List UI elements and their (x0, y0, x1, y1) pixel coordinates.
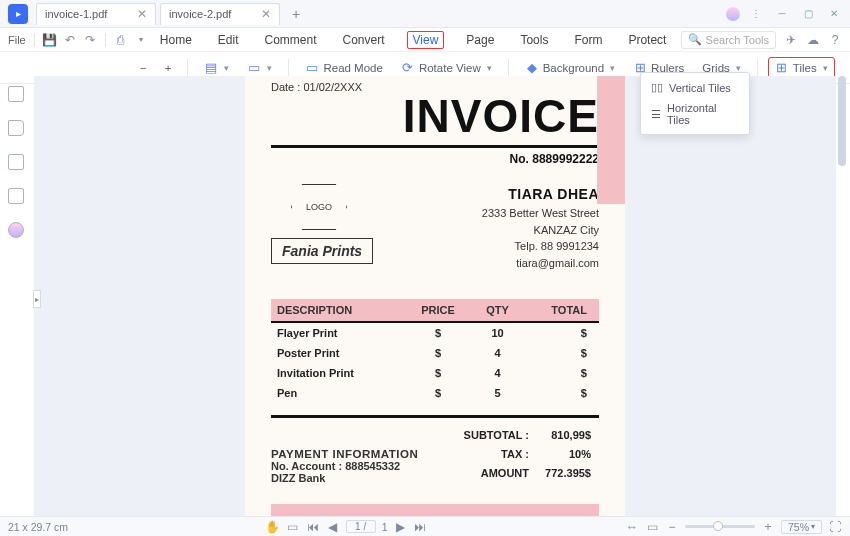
main-menu: Home Edit Comment Convert View Page Tool… (156, 31, 671, 49)
left-panel (0, 80, 32, 238)
decoration (597, 76, 625, 204)
file-menu[interactable]: File (8, 34, 26, 46)
tiles-dropdown: ▯▯ Vertical Tiles ☰ Horizontal Tiles (640, 72, 750, 135)
cloud-icon[interactable]: ☁ (806, 33, 820, 47)
menu-home[interactable]: Home (156, 31, 196, 49)
menu-view[interactable]: View (407, 31, 445, 49)
prev-page-button[interactable]: ◀ (326, 520, 340, 534)
rotate-view-button[interactable]: ⟳Rotate View▾ (395, 58, 498, 78)
logo-placeholder: LOGO (291, 184, 347, 230)
last-page-button[interactable]: ⏭ (413, 520, 427, 534)
menu-form[interactable]: Form (570, 31, 606, 49)
zoom-out-button[interactable]: − (134, 59, 153, 77)
fit-page-button[interactable]: ▤▾ (198, 58, 235, 78)
user-avatar[interactable] (726, 7, 740, 21)
close-icon[interactable]: ✕ (131, 7, 147, 21)
bookmarks-icon[interactable] (8, 120, 24, 136)
minimize-button[interactable]: ─ (772, 5, 792, 23)
total-pages: 1 (382, 521, 388, 533)
view-mode-icon[interactable]: ▭ (645, 520, 659, 534)
document-tab[interactable]: invoice-2.pdf ✕ (160, 3, 280, 25)
menu-page[interactable]: Page (462, 31, 498, 49)
client-phone: Telp. 88 9991234 (482, 238, 599, 255)
title-bar: ▸ invoice-1.pdf ✕ invoice-2.pdf ✕ + ⋮ ─ … (0, 0, 850, 28)
help-icon[interactable]: ? (828, 33, 842, 47)
menu-tools[interactable]: Tools (516, 31, 552, 49)
divider (271, 415, 599, 418)
fullscreen-icon[interactable]: ⛶ (828, 520, 842, 534)
vertical-scrollbar[interactable] (838, 76, 846, 516)
table-row: Poster Print$4$ (271, 343, 599, 363)
document-page: Date : 01/02/2XXX INVOICE No. 8889992222… (245, 76, 625, 516)
zoom-in-button[interactable]: + (159, 59, 178, 77)
select-tool-icon[interactable]: ▭ (286, 520, 300, 534)
table-row: Flayer Print$10$ (271, 323, 599, 343)
fit-width-icon[interactable]: ↔ (625, 520, 639, 534)
menu-protect[interactable]: Protect (624, 31, 670, 49)
new-tab-button[interactable]: + (284, 6, 308, 22)
payment-info: PAYMENT INFORMATION No. Account : 888545… (271, 448, 456, 484)
save-icon[interactable]: 💾 (43, 33, 57, 47)
page-dimensions: 21 x 29.7 cm (8, 521, 68, 533)
panel-expand-button[interactable]: ▸ (33, 290, 41, 308)
comments-icon[interactable] (8, 154, 24, 170)
table-row: Pen$5$ (271, 383, 599, 403)
zoom-slider[interactable] (685, 525, 755, 528)
undo-icon[interactable]: ↶ (63, 33, 77, 47)
tab-label: invoice-1.pdf (45, 8, 107, 20)
search-placeholder: Search Tools (706, 34, 769, 46)
menu-comment[interactable]: Comment (261, 31, 321, 49)
zoom-out-icon[interactable]: − (665, 520, 679, 534)
next-page-button[interactable]: ▶ (393, 520, 407, 534)
totals-block: SUBTOTAL :810,99$ TAX :10% AMOUNT772.395… (456, 424, 599, 484)
maximize-button[interactable]: ▢ (798, 5, 818, 23)
chevron-down-icon[interactable]: ▾ (134, 33, 148, 47)
client-email: tiara@gmail.com (482, 255, 599, 272)
file-bar: File 💾 ↶ ↷ ⎙ ▾ Home Edit Comment Convert… (0, 28, 850, 52)
thumbnails-icon[interactable] (8, 86, 24, 102)
table-row: Invitation Print$4$ (271, 363, 599, 383)
print-icon[interactable]: ⎙ (114, 33, 128, 47)
tiles-vertical-option[interactable]: ▯▯ Vertical Tiles (641, 77, 749, 98)
client-street: 2333 Better West Street (482, 205, 599, 222)
first-page-button[interactable]: ⏮ (306, 520, 320, 534)
close-window-button[interactable]: ✕ (824, 5, 844, 23)
app-icon: ▸ (8, 4, 28, 24)
more-icon[interactable]: ⋮ (746, 5, 766, 23)
decoration (271, 504, 599, 516)
page-layout-button[interactable]: ▭▾ (241, 58, 278, 78)
client-name: TIARA DHEA (482, 184, 599, 205)
background-button[interactable]: ◆Background▾ (519, 58, 621, 78)
document-viewport: Date : 01/02/2XXX INVOICE No. 8889992222… (34, 76, 836, 516)
menu-edit[interactable]: Edit (214, 31, 243, 49)
search-panel-icon[interactable] (8, 222, 24, 238)
invoice-number: No. 8889992222 (271, 152, 599, 166)
horizontal-tiles-icon: ☰ (651, 108, 661, 121)
tab-label: invoice-2.pdf (169, 8, 231, 20)
document-tab[interactable]: invoice-1.pdf ✕ (36, 3, 156, 25)
client-city: KANZAZ City (482, 222, 599, 239)
zoom-value[interactable]: 75%▾ (781, 520, 822, 534)
status-bar: 21 x 29.7 cm ✋ ▭ ⏮ ◀ 1 / 1 ▶ ⏭ ↔ ▭ − + 7… (0, 516, 850, 536)
read-mode-button[interactable]: ▭Read Mode (299, 58, 388, 78)
hand-tool-icon[interactable]: ✋ (266, 520, 280, 534)
page-navigation: ✋ ▭ ⏮ ◀ 1 / 1 ▶ ⏭ (266, 520, 428, 534)
close-icon[interactable]: ✕ (255, 7, 271, 21)
invoice-title: INVOICE (271, 89, 599, 143)
send-icon[interactable]: ✈ (784, 33, 798, 47)
client-block: TIARA DHEA 2333 Better West Street KANZA… (482, 184, 599, 271)
tiles-horizontal-option[interactable]: ☰ Horizontal Tiles (641, 98, 749, 130)
search-tools-input[interactable]: 🔍 Search Tools (681, 31, 776, 49)
zoom-in-icon[interactable]: + (761, 520, 775, 534)
search-icon: 🔍 (688, 33, 702, 46)
divider (271, 145, 599, 148)
company-name: Fania Prints (271, 238, 373, 264)
attachments-icon[interactable] (8, 188, 24, 204)
vertical-tiles-icon: ▯▯ (651, 81, 663, 94)
table-header: DESCRIPTION PRICE QTY TOTAL (271, 299, 599, 323)
current-page-input[interactable]: 1 / (346, 520, 376, 533)
redo-icon[interactable]: ↷ (83, 33, 97, 47)
menu-convert[interactable]: Convert (339, 31, 389, 49)
